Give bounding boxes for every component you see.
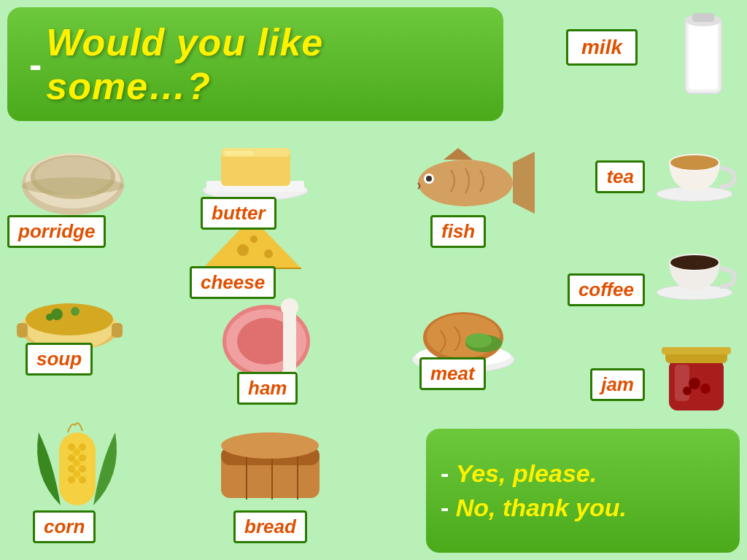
corn-image: [15, 416, 139, 518]
svg-point-52: [79, 443, 86, 451]
svg-point-42: [465, 333, 492, 348]
svg-point-58: [79, 476, 86, 483]
yes-text: Yes, please.: [456, 459, 597, 487]
tea-icon: [654, 130, 738, 203]
fish-icon: [407, 141, 535, 225]
tea-label: tea: [595, 160, 645, 193]
svg-point-73: [689, 378, 700, 389]
porridge-icon: [17, 141, 130, 217]
svg-point-60: [73, 459, 80, 467]
corn-label: corn: [33, 510, 96, 543]
svg-rect-13: [225, 151, 254, 155]
svg-point-61: [73, 470, 80, 478]
milk-label: milk: [566, 29, 638, 66]
svg-point-59: [73, 448, 80, 456]
corn-icon: [17, 418, 137, 516]
fish-label: fish: [430, 215, 486, 248]
butter-label: butter: [201, 197, 276, 230]
svg-point-57: [68, 476, 75, 483]
response-box: - Yes, please. - No, thank you.: [426, 429, 740, 553]
no-text: No, thank you.: [456, 494, 627, 521]
svg-point-47: [46, 314, 53, 321]
meat-label: meat: [419, 357, 486, 390]
jam-image: [652, 332, 740, 419]
svg-point-32: [418, 160, 513, 206]
svg-point-67: [670, 255, 719, 270]
title-dash: -: [29, 42, 42, 86]
svg-point-24: [281, 298, 298, 316]
ham-label: ham: [237, 372, 298, 405]
ham-icon: [214, 294, 320, 385]
svg-rect-71: [662, 347, 731, 354]
porridge-label: porridge: [7, 215, 106, 248]
svg-point-56: [79, 465, 86, 472]
svg-rect-1: [689, 20, 718, 90]
bread-label: bread: [233, 510, 307, 543]
coffee-label: coffee: [568, 273, 645, 306]
jam-label: jam: [590, 368, 645, 401]
svg-point-74: [700, 384, 711, 394]
svg-point-18: [250, 236, 258, 243]
bread-icon: [214, 418, 327, 509]
svg-point-64: [670, 155, 719, 170]
svg-rect-72: [675, 365, 689, 401]
svg-marker-34: [444, 148, 473, 160]
svg-point-44: [26, 303, 113, 335]
yes-response: - Yes, please.: [441, 459, 725, 488]
coffee-icon: [654, 232, 738, 301]
bread-image: [212, 416, 328, 510]
milk-icon: [670, 9, 736, 101]
svg-rect-49: [112, 323, 123, 338]
butter-icon: [199, 133, 312, 203]
no-dash: -: [441, 494, 456, 521]
butter-image: [197, 131, 314, 204]
svg-point-31: [221, 432, 319, 459]
soup-label: soup: [26, 343, 93, 376]
title-text: Would you like some…?: [46, 20, 481, 108]
svg-point-46: [71, 307, 80, 316]
svg-marker-33: [513, 152, 535, 214]
yes-dash: -: [441, 459, 456, 487]
svg-point-36: [426, 176, 432, 182]
svg-rect-3: [692, 13, 714, 22]
svg-rect-50: [59, 432, 96, 505]
porridge-image: [15, 139, 131, 219]
coffee-image: [652, 230, 740, 303]
svg-point-16: [237, 244, 249, 256]
cheese-label: cheese: [190, 266, 276, 299]
title-banner: - Would you like some…?: [7, 7, 503, 121]
milk-image: [667, 7, 740, 102]
no-response: - No, thank you.: [441, 494, 725, 522]
jam-icon: [654, 334, 738, 418]
tea-image: [652, 128, 740, 204]
svg-rect-23: [283, 308, 296, 374]
svg-point-17: [264, 249, 273, 258]
svg-point-75: [683, 386, 692, 395]
svg-point-8: [22, 177, 124, 195]
svg-rect-48: [17, 323, 28, 338]
fish-image: [405, 139, 536, 226]
svg-point-54: [79, 454, 86, 462]
